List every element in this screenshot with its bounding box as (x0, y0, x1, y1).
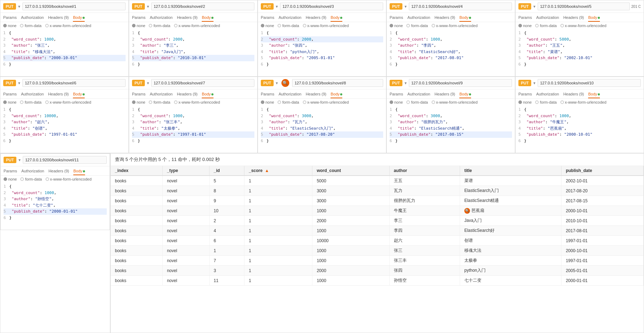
tab-headers-(9)[interactable]: Headers (9) (434, 14, 455, 22)
radio-form-data[interactable]: form-data (535, 100, 556, 104)
method-dropdown-arrow[interactable]: ▼ (275, 81, 279, 85)
method-dropdown-arrow[interactable]: ▼ (18, 158, 21, 162)
tab-body[interactable]: Body (459, 14, 471, 22)
url-input[interactable]: 127.0.0.1:9200/books/novel/8 (292, 79, 383, 87)
url-input[interactable]: 127.0.0.1:9200/books/novel/11 (23, 156, 107, 164)
tab-params[interactable]: Params (132, 14, 146, 22)
table-column-header[interactable]: author (389, 166, 460, 176)
tab-body[interactable]: Body (202, 14, 213, 22)
method-badge[interactable]: PUT (4, 157, 16, 163)
radio-none[interactable]: none (518, 100, 532, 104)
tab-headers-(9)[interactable]: Headers (9) (563, 14, 584, 22)
tab-headers-(9)[interactable]: Headers (9) (177, 91, 197, 98)
radio-form-data[interactable]: form-data (149, 24, 170, 28)
tab-params[interactable]: Params (518, 14, 532, 22)
radio-form-data[interactable]: form-data (278, 24, 299, 28)
tab-body[interactable]: Body (73, 91, 85, 98)
radio-none[interactable]: none (3, 24, 16, 28)
tab-params[interactable]: Params (261, 14, 274, 22)
radio-form-data[interactable]: form-data (406, 24, 428, 28)
tab-body[interactable]: Body (73, 14, 85, 22)
url-input[interactable]: 127.0.0.1:9200/books/novel/7 (151, 79, 254, 87)
tab-headers-(9)[interactable]: Headers (9) (563, 91, 584, 98)
url-input[interactable]: 127.0.0.1:9200/books/novel/9 (409, 79, 512, 87)
radio-x-www-form-urlencoded[interactable]: x-www-form-urlencoded (45, 24, 91, 28)
tab-params[interactable]: Params (3, 91, 17, 98)
url-input[interactable]: 127.0.0.1:9200/books/novel/6 (22, 79, 126, 87)
tab-authorization[interactable]: Authorization (279, 91, 301, 98)
table-column-header[interactable]: _index (111, 166, 163, 176)
tab-authorization[interactable]: Authorization (536, 91, 559, 98)
tab-body[interactable]: Body (459, 91, 471, 98)
radio-x-www-form-urlencoded[interactable]: x-www-form-urlencoded (560, 24, 607, 28)
tab-params[interactable]: Params (518, 91, 532, 98)
url-input[interactable]: 127.0.0.1:9200/books/novel/1 (22, 2, 126, 10)
tab-headers-(9)[interactable]: Headers (9) (48, 91, 69, 98)
radio-x-www-form-urlencoded[interactable]: x-www-form-urlencoded (45, 100, 91, 104)
tab-authorization[interactable]: Authorization (21, 168, 44, 175)
table-column-header[interactable]: word_count (312, 166, 390, 176)
tab-body[interactable]: Body (588, 14, 600, 22)
tab-headers-(9)[interactable]: Headers (9) (434, 91, 455, 98)
radio-x-www-form-urlencoded[interactable]: x-www-form-urlencoded (303, 100, 349, 104)
tab-headers-(9)[interactable]: Headers (9) (306, 14, 326, 22)
method-dropdown-arrow[interactable]: ▼ (404, 81, 407, 85)
method-badge[interactable]: PUT (261, 3, 274, 10)
radio-form-data[interactable]: form-data (278, 100, 299, 104)
radio-form-data[interactable]: form-data (406, 100, 428, 104)
url-input[interactable]: 127.0.0.1:9200/books/novel/2 (151, 2, 254, 10)
tab-authorization[interactable]: Authorization (150, 91, 173, 98)
tab-params[interactable]: Params (3, 14, 17, 22)
radio-x-www-form-urlencoded[interactable]: x-www-form-urlencoded (303, 24, 349, 28)
tab-headers-(9)[interactable]: Headers (9) (177, 14, 197, 22)
method-dropdown-arrow[interactable]: ▼ (533, 5, 536, 9)
radio-form-data[interactable]: form-data (20, 100, 41, 104)
method-dropdown-arrow[interactable]: ▼ (17, 81, 21, 85)
method-dropdown-arrow[interactable]: ▼ (404, 5, 407, 9)
tab-headers-(9)[interactable]: Headers (9) (48, 168, 69, 175)
radio-none[interactable]: none (3, 100, 16, 104)
radio-none[interactable]: none (390, 24, 403, 28)
tab-authorization[interactable]: Authorization (21, 14, 44, 22)
method-badge[interactable]: PUT (390, 3, 402, 10)
url-input[interactable]: 127.0.0.1:9200/books/novel/5 (538, 2, 630, 10)
radio-none[interactable]: none (4, 177, 17, 181)
radio-x-www-form-urlencoded[interactable]: x-www-form-urlencoded (432, 100, 478, 104)
tab-headers-(9)[interactable]: Headers (9) (306, 91, 326, 98)
tab-authorization[interactable]: Authorization (407, 14, 430, 22)
table-column-header[interactable]: title (460, 166, 561, 176)
tab-authorization[interactable]: Authorization (150, 14, 173, 22)
method-dropdown-arrow[interactable]: ▼ (17, 5, 21, 9)
tab-params[interactable]: Params (4, 168, 17, 175)
method-dropdown-arrow[interactable]: ▼ (533, 81, 536, 85)
radio-none[interactable]: none (261, 24, 274, 28)
url-input[interactable]: 127.0.0.1:9200/books/novel/10 (538, 79, 641, 87)
method-badge[interactable]: PUT (518, 80, 531, 86)
radio-none[interactable]: none (518, 24, 532, 28)
tab-authorization[interactable]: Authorization (536, 14, 559, 22)
tab-body[interactable]: Body (73, 168, 85, 175)
method-badge[interactable]: PUT (518, 3, 531, 10)
method-badge[interactable]: PUT (132, 3, 145, 10)
method-badge[interactable]: PUT (261, 80, 274, 86)
tab-authorization[interactable]: Authorization (279, 14, 301, 22)
radio-form-data[interactable]: form-data (20, 24, 41, 28)
table-column-header[interactable]: publish_date (561, 166, 644, 176)
tab-body[interactable]: Body (588, 91, 600, 98)
radio-none[interactable]: none (132, 24, 145, 28)
table-column-header[interactable]: _type (163, 166, 209, 176)
tab-params[interactable]: Params (390, 91, 403, 98)
radio-x-www-form-urlencoded[interactable]: x-www-form-urlencoded (46, 177, 92, 181)
method-badge[interactable]: PUT (3, 3, 16, 10)
method-badge[interactable]: PUT (132, 80, 145, 86)
radio-x-www-form-urlencoded[interactable]: x-www-form-urlencoded (560, 100, 607, 104)
radio-none[interactable]: none (132, 100, 145, 104)
radio-form-data[interactable]: form-data (149, 100, 170, 104)
method-dropdown-arrow[interactable]: ▼ (146, 81, 150, 85)
method-dropdown-arrow[interactable]: ▼ (146, 5, 150, 9)
tab-authorization[interactable]: Authorization (407, 91, 430, 98)
table-column-header[interactable]: _id (209, 166, 244, 176)
search-icon[interactable]: 🔍 (281, 79, 289, 87)
url-input[interactable]: 127.0.0.1:9200/books/novel/3 (280, 2, 383, 10)
tab-params[interactable]: Params (132, 91, 146, 98)
